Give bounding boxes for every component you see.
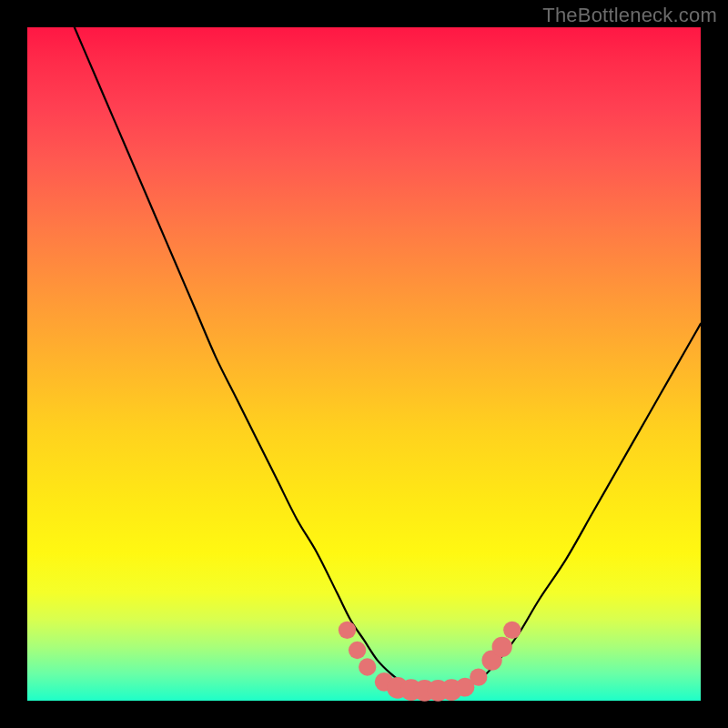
curve-marker: [349, 642, 366, 659]
watermark-text: TheBottleneck.com: [542, 4, 717, 27]
bottleneck-curve: [75, 27, 701, 691]
curve-marker: [492, 637, 512, 657]
markers-group: [339, 622, 521, 702]
curve-marker: [470, 668, 487, 685]
curve-marker: [359, 658, 376, 675]
curve-marker: [503, 622, 521, 639]
plot-area: [27, 27, 701, 701]
curve-marker: [339, 622, 356, 639]
chart-svg: [27, 27, 701, 701]
chart-frame: TheBottleneck.com: [0, 0, 728, 728]
